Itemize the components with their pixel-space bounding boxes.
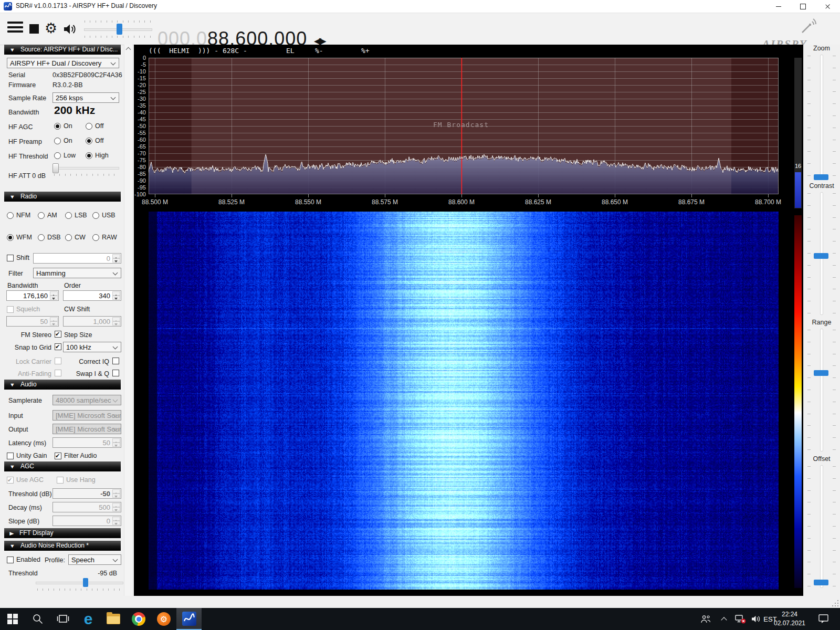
stop-button[interactable] xyxy=(29,24,39,34)
offset-slider-thumb[interactable] xyxy=(814,580,828,585)
slider-tick xyxy=(807,217,811,218)
slider-tick xyxy=(807,526,811,527)
slider-track[interactable] xyxy=(820,465,823,588)
volume-tray-icon[interactable] xyxy=(749,608,763,630)
offset-label: Offset xyxy=(803,455,840,463)
fft-display-panel-header[interactable]: ▶FFT Display xyxy=(4,528,121,538)
volume-slider[interactable] xyxy=(83,20,152,38)
swap-iq-checkbox[interactable] xyxy=(112,370,119,376)
slider-tick xyxy=(833,56,836,56)
freq-tick-label: 88.675 M xyxy=(678,198,705,206)
orange-app-button[interactable]: ⚙ xyxy=(151,608,176,630)
slider-track[interactable] xyxy=(820,329,823,452)
minimize-button[interactable] xyxy=(766,0,791,13)
start-button[interactable] xyxy=(0,608,25,630)
range-slider[interactable] xyxy=(803,328,840,452)
mode-dsb-radio[interactable]: DSB xyxy=(38,234,61,241)
mute-button[interactable] xyxy=(63,23,78,37)
file-explorer-button[interactable] xyxy=(101,608,126,630)
slider-tick xyxy=(833,128,836,128)
radio-icon xyxy=(38,212,45,219)
hf-preamp-on-radio[interactable]: On xyxy=(54,137,72,144)
tray-overflow-button[interactable] xyxy=(718,608,731,630)
volume-slider-thumb[interactable] xyxy=(117,24,122,35)
spinner[interactable] xyxy=(112,291,120,300)
mode-wfm-radio[interactable]: WFM xyxy=(7,234,32,241)
anr-ticks xyxy=(37,589,122,591)
sdrsharp-taskbar-button[interactable] xyxy=(176,608,202,630)
search-button[interactable] xyxy=(25,608,50,630)
hf-preamp-off-radio[interactable]: Off xyxy=(86,137,103,144)
slider-track[interactable] xyxy=(820,55,823,177)
device-select[interactable]: AIRSPY HF+ Dual / Discovery xyxy=(7,58,119,68)
correct-iq-checkbox[interactable] xyxy=(112,358,119,364)
panel-scrollbar[interactable] xyxy=(124,45,132,605)
fm-stereo-checkbox[interactable] xyxy=(55,331,61,338)
network-tray-icon[interactable] xyxy=(733,608,748,630)
mode-lsb-radio[interactable]: LSB xyxy=(65,212,87,219)
anr-panel-header[interactable]: ▼Audio Noise Reduction * xyxy=(4,541,121,551)
mode-raw-radio[interactable]: RAW xyxy=(92,234,117,241)
mode-am-radio[interactable]: AM xyxy=(38,212,57,219)
chrome-button[interactable] xyxy=(126,608,151,630)
range-slider-thumb[interactable] xyxy=(814,370,828,376)
hf-agc-on-radio[interactable]: On xyxy=(54,122,72,130)
order-label: Order xyxy=(64,282,81,289)
step-size-select[interactable]: 100 kHz xyxy=(63,342,121,352)
anr-threshold-slider-thumb[interactable] xyxy=(83,578,88,587)
hf-agc-off-radio[interactable]: Off xyxy=(86,122,103,130)
slider-tick xyxy=(807,377,811,378)
unity-gain-checkbox[interactable]: Unity Gain xyxy=(7,452,47,459)
zoom-label: Zoom xyxy=(803,45,840,52)
serial-value: 0x3B52FD809C2F4A36 xyxy=(52,71,122,79)
source-panel-header[interactable]: ▼Source: AIRSPY HF+ Dual / Disc... xyxy=(4,45,121,55)
menu-button[interactable] xyxy=(7,22,23,35)
db-tick-label: -30 xyxy=(138,96,146,102)
samplerate-select[interactable]: 256 ksps xyxy=(52,92,119,103)
edge-button[interactable]: e xyxy=(76,608,101,630)
spectrum-plot[interactable]: FM Broadcast xyxy=(149,58,779,194)
anr-enabled-checkbox[interactable]: Enabled xyxy=(7,556,40,563)
lock-carrier-checkbox xyxy=(55,358,61,364)
filter-bandwidth-input[interactable]: 176,160 xyxy=(6,290,59,301)
anr-threshold-slider[interactable] xyxy=(36,582,123,584)
contrast-slider-thumb[interactable] xyxy=(814,253,828,259)
slider-tick xyxy=(807,277,811,278)
mode-nfm-radio[interactable]: NFM xyxy=(7,212,30,219)
action-center-button[interactable] xyxy=(815,608,832,630)
clock[interactable]: 22:24 02.07.2021 xyxy=(768,610,811,628)
hf-att-slider-thumb[interactable] xyxy=(52,163,59,173)
snap-to-grid-checkbox[interactable] xyxy=(55,343,61,350)
anr-profile-select[interactable]: Speech xyxy=(68,554,121,565)
settings-button[interactable]: ⚙ xyxy=(45,18,57,39)
mode-usb-radio[interactable]: USB xyxy=(92,212,116,219)
filter-select[interactable]: Hamming xyxy=(33,268,121,278)
people-tray-icon[interactable] xyxy=(698,608,713,630)
radio-panel-header[interactable]: ▼Radio xyxy=(4,192,121,202)
zoom-slider-thumb[interactable] xyxy=(814,174,828,180)
spinner[interactable] xyxy=(112,254,120,262)
shift-checkbox[interactable]: Shift xyxy=(7,254,29,261)
waterfall[interactable] xyxy=(149,212,779,590)
filter-audio-checkbox[interactable]: Filter Audio xyxy=(55,452,97,459)
hf-att-slider[interactable] xyxy=(52,167,119,170)
close-button[interactable] xyxy=(815,0,840,13)
hf-threshold-high-radio[interactable]: High xyxy=(86,152,109,159)
agc-panel-header[interactable]: ▼AGC xyxy=(4,461,121,471)
shift-input[interactable]: 0 xyxy=(33,253,121,264)
task-view-button[interactable] xyxy=(50,608,76,630)
spinner[interactable] xyxy=(50,291,58,300)
mode-cw-radio[interactable]: CW xyxy=(65,234,86,241)
offset-slider[interactable] xyxy=(803,464,840,588)
correct-iq-label: Correct IQ xyxy=(63,358,109,365)
resize-grip[interactable] xyxy=(832,600,838,606)
maximize-button[interactable] xyxy=(791,0,815,13)
order-input[interactable]: 340 xyxy=(63,290,121,301)
scroll-up-button[interactable] xyxy=(124,45,132,52)
slider-tick xyxy=(807,550,811,551)
contrast-slider[interactable] xyxy=(803,191,840,315)
zoom-slider[interactable] xyxy=(803,54,840,177)
hf-threshold-low-radio[interactable]: Low xyxy=(54,152,76,159)
audio-panel-header[interactable]: ▼Audio xyxy=(4,380,121,390)
slider-tick xyxy=(807,68,811,68)
